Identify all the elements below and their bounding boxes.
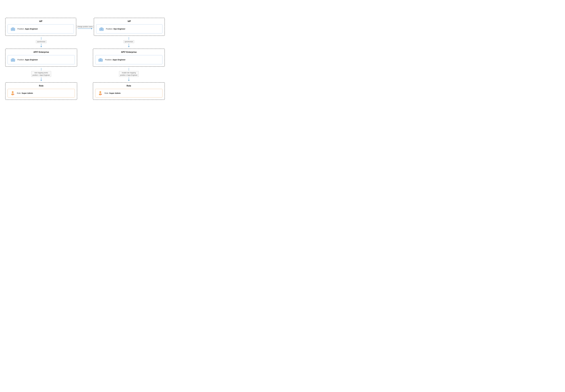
left-role-card: Role: Super Admin xyxy=(8,89,75,98)
left-mapping-connector: role mapping worksposition = Apps Engine… xyxy=(31,68,51,81)
left-api7-title: API7 Enterprise xyxy=(33,51,49,53)
right-api7-column: synchronize API7 Enterprise Position: Ap… xyxy=(93,36,165,67)
right-mapping-line-bottom xyxy=(129,77,129,80)
person-icon-right-role xyxy=(98,91,103,96)
left-mapping-line-bottom xyxy=(41,77,41,80)
left-sync-connector: synchronize xyxy=(36,37,46,47)
left-sync-label: synchronize xyxy=(36,40,46,43)
right-api7-card: Position: Apps Engineer xyxy=(95,55,163,64)
middle-row: synchronize API7 Enterprise Position: Ap… xyxy=(5,36,165,67)
right-role-title: Role xyxy=(127,85,131,87)
left-idp-title: IdP xyxy=(39,20,42,23)
svg-rect-7 xyxy=(101,29,102,30)
right-role-card: Role: Super Admin xyxy=(95,89,163,98)
left-mapping-line-top xyxy=(41,68,41,70)
right-idp-box: IdP Position: Ops Engineer xyxy=(94,18,165,36)
left-role-card-label: Role: Super Admin xyxy=(17,92,33,94)
left-idp-card: Position: Apps Engineer xyxy=(8,24,74,33)
left-mapping-arrow xyxy=(40,80,42,81)
svg-point-16 xyxy=(12,91,14,93)
svg-point-19 xyxy=(99,91,101,93)
right-sync-label: synchronize xyxy=(123,40,134,43)
right-idp-card: Position: Ops Engineer xyxy=(96,24,163,33)
left-idp-column: IdP Position: Apps Engineer xyxy=(5,18,76,36)
svg-rect-11 xyxy=(13,60,13,60)
right-api7-title: API7 Enterprise xyxy=(121,51,136,53)
left-api7-card: Position: Apps Engineer xyxy=(8,55,75,64)
diagram-container: IdP Position: Apps Engineer change xyxy=(5,18,165,100)
svg-rect-13 xyxy=(100,58,101,59)
left-sync-line-bottom xyxy=(41,44,41,46)
right-role-box: Role Role: Super Admin xyxy=(93,82,165,100)
left-idp-box: IdP Position: Apps Engineer xyxy=(5,18,76,36)
svg-rect-5 xyxy=(101,28,102,28)
svg-rect-3 xyxy=(13,29,13,30)
briefcase-icon-right-idp xyxy=(99,26,104,31)
right-sync-connector: synchronize xyxy=(123,37,134,47)
right-idp-card-label: Position: Ops Engineer xyxy=(106,28,125,30)
right-mapping-label: invalid role mappingposition ≠ Apps Engi… xyxy=(119,71,139,77)
svg-rect-15 xyxy=(100,60,101,60)
top-row: IdP Position: Apps Engineer change xyxy=(5,18,165,36)
left-role-box: Role Role: Super Admin xyxy=(5,82,77,100)
left-api7-box: API7 Enterprise Position: Apps Engineer xyxy=(5,49,77,67)
bottom-row: role mapping worksposition = Apps Engine… xyxy=(5,67,165,100)
left-idp-card-label: Position: Apps Engineer xyxy=(17,28,38,30)
horizontal-arrow-area: change position name xyxy=(76,18,94,29)
left-sync-line-top xyxy=(41,37,41,40)
right-sync-line-top xyxy=(129,37,129,40)
right-mapping-connector: invalid role mappingposition ≠ Apps Engi… xyxy=(119,68,139,81)
person-icon-left-role xyxy=(10,91,15,96)
briefcase-icon-left-api7 xyxy=(10,57,15,62)
right-sync-arrow xyxy=(128,46,130,47)
h-arrow-line xyxy=(78,28,92,29)
briefcase-icon-right-api7 xyxy=(98,57,103,62)
right-role-card-label: Role: Super Admin xyxy=(104,92,120,94)
left-sync-arrow xyxy=(40,46,42,47)
right-api7-card-label: Position: Apps Engineer xyxy=(105,59,125,61)
briefcase-icon-left-idp xyxy=(10,26,15,31)
right-idp-title: IdP xyxy=(128,20,131,23)
right-idp-column: IdP Position: Ops Engineer xyxy=(94,18,165,36)
left-api7-column: synchronize API7 Enterprise Position: Ap… xyxy=(5,36,77,67)
right-mapping-arrow xyxy=(128,80,130,81)
right-role-column: invalid role mappingposition ≠ Apps Engi… xyxy=(93,67,165,100)
left-role-column: role mapping worksposition = Apps Engine… xyxy=(5,67,77,100)
left-mapping-label: role mapping worksposition = Apps Engine… xyxy=(31,71,51,77)
right-sync-line-bottom xyxy=(129,44,129,46)
svg-rect-9 xyxy=(12,58,14,59)
change-position-label: change position name xyxy=(76,25,94,28)
right-mapping-line-top xyxy=(129,68,129,70)
svg-rect-1 xyxy=(12,28,14,28)
right-api7-box: API7 Enterprise Position: Apps Engineer xyxy=(93,49,165,67)
left-api7-card-label: Position: Apps Engineer xyxy=(17,59,38,61)
left-role-title: Role xyxy=(39,85,44,87)
